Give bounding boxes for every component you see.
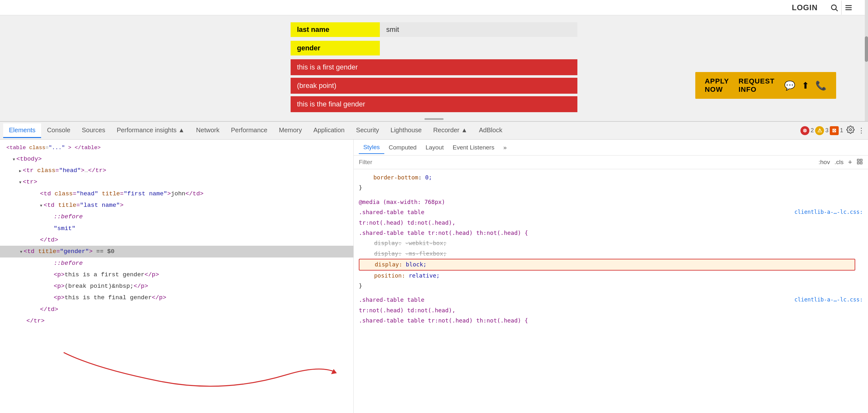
browser-nav: LOGIN [0,0,868,15]
devtools-tabs: Elements Console Sources Performance ins… [0,122,868,139]
tab-elements[interactable]: Elements [3,123,41,138]
error-count: 2 [811,127,814,134]
html-panel: <table class="..." > </table> <tbody> <t… [0,139,354,413]
warning-count: 3 [825,127,829,134]
svg-rect-8 [860,159,862,161]
html-line-td-gender-close: </td> [0,304,353,315]
rule-border-bottom: border-bottom: 0; [359,172,863,183]
settings-icon[interactable] [846,126,855,135]
add-style-button[interactable]: + [848,158,852,166]
shared-table-full-2: .shared-table table tr:not(.head) th:not… [359,316,863,326]
more-options-icon[interactable]: ⋮ [858,127,865,135]
styles-content: border-bottom: 0; } @media (max-width: 7… [354,169,868,413]
apply-bar-icons: 💬 ⬆ 📞 [784,80,827,91]
style-source-2[interactable]: clientlib-a-…-lc.css: [795,295,863,305]
tab-network[interactable]: Network [190,123,225,138]
svg-rect-7 [858,159,859,161]
tab-lighthouse[interactable]: Lighthouse [385,123,428,138]
annotation-arrow [0,343,353,413]
last-name-value: smit [380,22,578,37]
browser-area: LOGIN last name smit gender this is a fi… [0,0,868,121]
hov-button[interactable]: :hov [818,159,830,166]
cls-button[interactable]: .cls [835,159,844,166]
html-line-before-1: ::before [0,211,353,222]
request-info-button[interactable]: REQUEST INFO [739,77,775,94]
tab-more[interactable]: » [499,141,511,154]
search-icon[interactable] [827,1,841,15]
tab-adblock[interactable]: AdBlock [473,123,508,138]
svg-line-1 [836,9,838,11]
gender-value-1: this is a first gender [290,59,578,75]
devtools-right-controls: ⊗ 2 ⚠ 3 ⊠ 1 ⋮ [801,126,865,135]
scrollbar[interactable] [865,0,868,121]
shared-table-selector-2: .shared-table table clientlib-a-…-lc.css… [359,295,863,305]
style-rule-media: @media (max-width: 768px) .shared-table … [359,197,863,291]
gender-label: gender [290,41,380,56]
html-line-smit: "smit" [0,223,353,234]
page-content: last name smit gender this is a first ge… [0,15,868,121]
style-icon-1[interactable] [857,158,863,166]
style-rule-border: border-bottom: 0; } [359,172,863,193]
table-section: last name smit gender this is a first ge… [290,22,578,115]
html-line-td-firstname: <td class="head" title="first name">john… [0,188,353,199]
tab-recorder[interactable]: Recorder ▲ [427,123,473,138]
tab-application[interactable]: Application [308,123,350,138]
tab-layout[interactable]: Layout [421,141,448,154]
styles-filter-input[interactable] [359,159,818,166]
style-rule-shared-2: .shared-table table clientlib-a-…-lc.css… [359,295,863,326]
warning-icon: ⚠ [815,126,824,135]
share-icon[interactable]: ⬆ [802,80,809,91]
html-line-tr-head: <tr class="head">…</tr> [0,165,353,176]
svg-rect-9 [858,162,859,164]
menu-icon[interactable] [841,1,855,15]
phone-icon[interactable]: 📞 [815,80,827,91]
shared-table-full-1: .shared-table table tr:not(.head) th:not… [359,228,863,238]
html-line-td-close: </td> [0,234,353,246]
tab-sources[interactable]: Sources [76,123,111,138]
devtools-panel: Elements Console Sources Performance ins… [0,121,868,413]
prop-display-block: display: block; [359,259,855,270]
svg-point-0 [831,5,836,9]
chat-icon[interactable]: 💬 [784,80,795,91]
apply-now-button[interactable]: APPLY NOW [705,77,729,94]
rule-closing-brace-2: } [359,281,863,291]
styles-filter-actions: :hov .cls + [818,158,863,166]
tab-console[interactable]: Console [41,123,76,138]
tr-selector-1: tr:not(.head) td:not(.head), [359,218,863,228]
tab-computed[interactable]: Computed [384,141,421,154]
html-line-td-lastname: <td title="last name"> [0,199,353,211]
drag-handle[interactable] [425,118,443,120]
info-icon: ⊠ [830,126,839,135]
prop-position-relative: position: relative; [359,271,863,281]
last-name-label: last name [290,22,380,37]
html-truncated: <table class="..." > </table> [0,143,353,153]
gender-value-2: (break point) [290,78,578,94]
error-badge-group: ⊗ 2 ⚠ 3 ⊠ 1 [801,126,843,135]
scroll-thumb[interactable] [865,36,868,62]
tab-security[interactable]: Security [350,123,384,138]
tab-event-listeners[interactable]: Event Listeners [448,141,499,154]
html-line-td-gender[interactable]: <td title="gender"> == $0 [0,246,353,257]
tab-styles[interactable]: Styles [359,141,384,154]
gender-value-3: this is the final gender [290,96,578,112]
shared-table-selector-1: .shared-table table clientlib-a-…-lc.css… [359,207,863,217]
html-line-tr: <tr> [0,176,353,188]
prop-webkit-box: display: -webkit-box; [359,238,863,248]
styles-filter-bar: :hov .cls + [354,156,868,169]
info-count: 1 [840,127,843,134]
html-line-p1: <p>this is a first gender</p> [0,269,353,280]
html-line-before-2: ::before [0,257,353,269]
html-line-tbody: <tbody> [0,153,353,165]
tab-performance[interactable]: Performance [225,123,273,138]
devtools-main: <table class="..." > </table> <tbody> <t… [0,139,868,413]
tab-memory[interactable]: Memory [273,123,308,138]
html-line-p3: <p>this is the final gender</p> [0,292,353,304]
prop-ms-flexbox: display: -ms-flexbox; [359,249,863,259]
error-icon: ⊗ [801,126,809,135]
login-button[interactable]: LOGIN [792,3,818,12]
style-source-1[interactable]: clientlib-a-…-lc.css: [795,207,863,217]
tab-performance-insights[interactable]: Performance insights ▲ [111,123,190,138]
html-line-p2: <p>(break point)&nbsp;</p> [0,280,353,292]
svg-rect-10 [860,162,862,164]
svg-point-5 [849,129,852,131]
